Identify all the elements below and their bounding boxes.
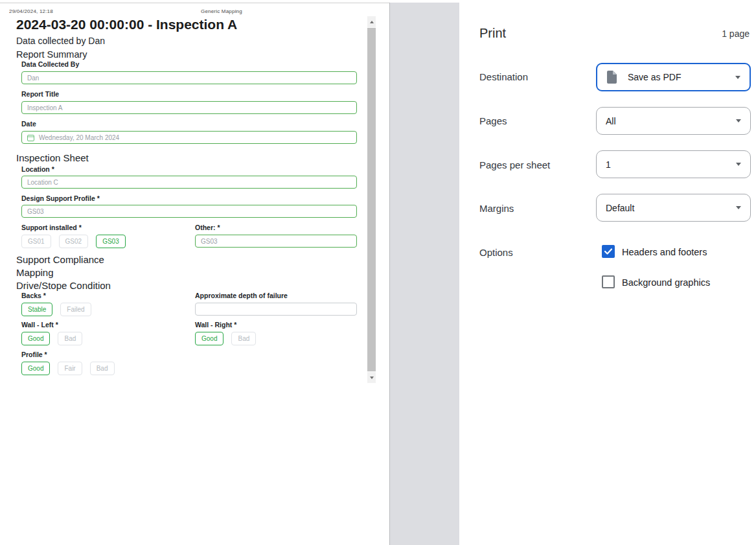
preview-header-doc-title: Generic Mapping: [201, 8, 242, 14]
report-title-value: Inspection A: [27, 104, 62, 111]
arrow-down-icon: [370, 377, 374, 379]
margins-value: Default: [606, 203, 634, 213]
design-support-profile-input[interactable]: GS03: [21, 205, 357, 218]
preview-background-gutter: [389, 3, 459, 545]
wall-left-label: Wall - Left *: [21, 321, 58, 329]
location-value: Location C: [27, 179, 58, 186]
support-installed-label: Support installed *: [21, 224, 82, 231]
wall-left-group: Good Bad: [21, 332, 82, 345]
scroll-down-button[interactable]: [367, 372, 376, 383]
profile-group: Good Fair Bad: [21, 362, 115, 375]
section-inspection-sheet: Inspection Sheet: [16, 152, 89, 163]
arrow-up-icon: [370, 21, 374, 23]
profile-option-fair[interactable]: Fair: [58, 362, 82, 375]
data-collected-by-input[interactable]: Dan: [21, 71, 357, 84]
date-value: Wednesday, 20 March 2024: [39, 134, 119, 141]
preview-top-border: [0, 3, 389, 3]
calendar-icon: [27, 134, 34, 141]
preview-header-datetime: 29/04/2024, 12:18: [9, 8, 53, 14]
section-mapping: Mapping: [16, 267, 54, 278]
depth-of-failure-input[interactable]: [195, 303, 357, 316]
destination-select[interactable]: Save as PDF: [596, 63, 751, 91]
pages-select[interactable]: All: [596, 107, 751, 135]
collected-by-line: Data collected by Dan: [16, 36, 105, 46]
backs-group: Stable Failed: [21, 303, 91, 316]
chevron-down-icon: [736, 206, 741, 209]
backs-option-stable[interactable]: Stable: [21, 303, 52, 316]
destination-label: Destination: [479, 71, 528, 82]
margins-select[interactable]: Default: [596, 194, 751, 222]
support-installed-group: GS01 GS02 GS03: [21, 235, 126, 248]
wall-right-option-bad[interactable]: Bad: [231, 332, 256, 345]
date-label: Date: [21, 120, 36, 128]
pages-per-sheet-select[interactable]: 1: [596, 150, 751, 178]
design-support-profile-value: GS03: [27, 208, 44, 215]
page-count: 1 page: [722, 29, 750, 39]
wall-left-option-bad[interactable]: Bad: [58, 332, 82, 345]
other-input[interactable]: GS03: [195, 235, 357, 248]
wall-left-option-good[interactable]: Good: [21, 332, 50, 345]
section-support-compliance: Support Compliance: [16, 254, 104, 265]
location-input[interactable]: Location C: [21, 176, 357, 189]
pages-per-sheet-label: Pages per sheet: [479, 159, 550, 170]
print-settings-panel: Print 1 page Destination Save as PDF Pag…: [459, 0, 756, 545]
report-title-label: Report Title: [21, 90, 59, 98]
profile-label: Profile *: [21, 351, 47, 358]
report-title-heading: 2024-03-20 00:00:00 - Inspection A: [16, 17, 237, 32]
background-graphics-checkbox[interactable]: [602, 275, 615, 288]
chevron-down-icon: [736, 163, 741, 166]
wall-right-option-good[interactable]: Good: [195, 332, 223, 345]
headers-footers-label: Headers and footers: [622, 247, 707, 257]
print-dialog-title: Print: [479, 26, 506, 41]
chevron-down-icon: [736, 119, 741, 122]
destination-value: Save as PDF: [628, 72, 681, 82]
design-support-profile-label: Design Support Profile *: [21, 194, 100, 202]
margins-label: Margins: [479, 203, 514, 214]
print-preview-page: 29/04/2024, 12:18 Generic Mapping 2024-0…: [0, 0, 389, 545]
profile-option-bad[interactable]: Bad: [90, 362, 115, 375]
profile-option-good[interactable]: Good: [21, 362, 50, 375]
date-input[interactable]: Wednesday, 20 March 2024: [21, 131, 357, 144]
data-collected-by-value: Dan: [27, 75, 39, 82]
options-label: Options: [479, 247, 513, 258]
scroll-up-button[interactable]: [367, 16, 376, 27]
wall-right-label: Wall - Right *: [195, 321, 236, 329]
report-title-input[interactable]: Inspection A: [21, 101, 357, 114]
section-report-summary: Report Summary: [16, 49, 87, 60]
other-value: GS03: [201, 238, 218, 245]
support-installed-option-gs03[interactable]: GS03: [96, 235, 126, 248]
section-drive-stope-condition: Drive/Stope Condition: [16, 280, 111, 291]
support-installed-option-gs01[interactable]: GS01: [21, 235, 51, 248]
location-label: Location *: [21, 165, 54, 173]
pages-per-sheet-value: 1: [606, 159, 611, 170]
scrollbar-thumb[interactable]: [367, 28, 376, 371]
pdf-document-icon: [606, 71, 617, 84]
checkmark-icon: [604, 248, 612, 255]
preview-scrollbar[interactable]: [367, 16, 376, 383]
backs-option-failed[interactable]: Failed: [60, 303, 91, 316]
headers-footers-checkbox[interactable]: [602, 245, 615, 258]
backs-label: Backs *: [21, 292, 46, 299]
depth-of-failure-label: Approximate depth of failure: [195, 292, 288, 299]
data-collected-by-label: Data Collected By: [21, 60, 79, 68]
wall-right-group: Good Bad: [195, 332, 256, 345]
background-graphics-label: Background graphics: [622, 277, 710, 288]
chevron-down-icon: [735, 76, 740, 79]
pages-label: Pages: [479, 115, 507, 126]
pages-value: All: [606, 116, 616, 126]
support-installed-option-gs02[interactable]: GS02: [59, 235, 89, 248]
other-label: Other: *: [195, 224, 220, 231]
